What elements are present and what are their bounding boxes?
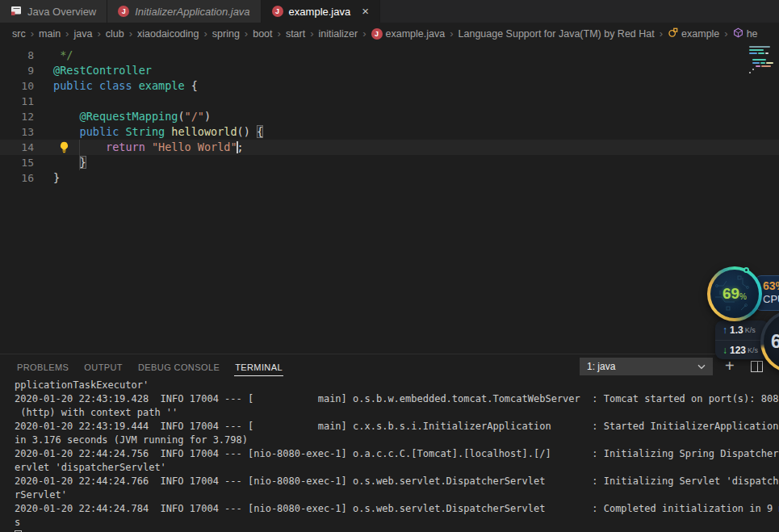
tab-example-java[interactable]: Jexample.java×: [262, 0, 380, 23]
code-text: */: [53, 48, 73, 63]
breadcrumb-item-xiaodaicoding[interactable]: xiaodaicoding: [137, 28, 199, 40]
minimap-line: [752, 62, 760, 64]
breadcrumb-item-language-support-for-java-tm-by-red-hat[interactable]: Language Support for Java(TM) by Red Hat: [459, 28, 655, 40]
code-token: @RestController: [53, 64, 152, 77]
minimap-line: [749, 72, 751, 73]
panel-tab-terminal[interactable]: TERMINAL: [234, 358, 283, 376]
breadcrumb-item-main[interactable]: main: [39, 28, 61, 40]
code-lines: 8 */9@RestController10public class examp…: [0, 48, 779, 186]
code-line[interactable]: 14 return "Hello World";: [0, 140, 779, 155]
code-line[interactable]: 8 */: [0, 48, 779, 63]
line-number: 8: [0, 48, 34, 63]
download-speed-unit: K/s: [748, 346, 758, 354]
breadcrumb-separator: ›: [660, 27, 663, 40]
breadcrumb-item-spring[interactable]: spring: [212, 28, 240, 40]
panel-tab-problems[interactable]: PROBLEMS: [16, 358, 69, 375]
code-text: return "Hello World";: [53, 140, 244, 155]
terminal-selector-value: 1: java: [587, 361, 615, 372]
minimap-line: [766, 62, 773, 64]
minimap-line: [749, 52, 757, 54]
breadcrumb-separator: ›: [203, 27, 207, 40]
tab-label: InitializerApplication.java: [135, 6, 249, 18]
split-terminal-button[interactable]: [751, 361, 763, 372]
terminal-output[interactable]: pplicationTaskExecutor'2020-01-20 22:43:…: [0, 379, 779, 532]
breadcrumb-item-example[interactable]: example: [668, 27, 719, 40]
java-file-icon: J: [371, 28, 383, 40]
terminal-row: 2020-01-20 22:44:24.766 INFO 17004 --- […: [0, 475, 779, 488]
upload-speed-unit: K/s: [745, 326, 756, 334]
code-token: return: [106, 140, 152, 153]
code-line[interactable]: 11: [0, 94, 779, 109]
code-token: [53, 125, 80, 138]
code-token: String: [125, 125, 171, 138]
code-token: example: [139, 79, 185, 92]
breadcrumb-item-initializer[interactable]: initializer: [319, 28, 358, 40]
breadcrumb-separator: ›: [450, 27, 453, 40]
breadcrumb-item-club[interactable]: club: [106, 28, 124, 40]
lightbulb-icon[interactable]: [58, 141, 70, 153]
code-editor[interactable]: 8 */9@RestController10public class examp…: [0, 44, 779, 354]
code-line[interactable]: 12 @RequestMapping("/"): [0, 109, 779, 124]
terminal-row: 2020-01-20 22:43:19.444 INFO 17004 --- […: [0, 420, 779, 434]
code-token: @RequestMapping: [80, 110, 178, 123]
breadcrumb-label: boot: [253, 28, 272, 40]
panel-tab-debug-console[interactable]: DEBUG CONSOLE: [137, 358, 220, 375]
code-line[interactable]: 15 }: [0, 155, 779, 170]
line-number: 13: [0, 124, 34, 140]
close-tab-icon[interactable]: ×: [362, 6, 369, 17]
minimap-line: [752, 59, 766, 61]
code-token: [53, 156, 80, 169]
line-number: 14: [0, 140, 34, 155]
cpu-gauge[interactable]: 69%: [707, 266, 762, 321]
panel-tab-output[interactable]: OUTPUT: [83, 358, 124, 375]
code-text: @RestController: [53, 63, 152, 78]
vscode-window: { "tab_bar": { "tabs": [ { "label": "Jav…: [0, 0, 779, 532]
line-number: 16: [0, 170, 34, 186]
terminal-row: 2020-01-20 22:44:24.756 INFO 17004 --- […: [0, 447, 779, 461]
minimap-line: [761, 65, 771, 67]
terminal-row: rServlet': [0, 488, 779, 502]
breadcrumb-separator: ›: [31, 27, 34, 40]
breadcrumb-item-he[interactable]: he: [733, 27, 758, 40]
breadcrumb-separator: ›: [65, 27, 69, 40]
terminal-row: s: [0, 516, 779, 530]
gauge-node-dot: [743, 267, 749, 273]
code-line[interactable]: 16}: [0, 170, 779, 186]
line-number: 10: [0, 78, 34, 94]
cpu-badge-value: 63%: [763, 279, 779, 293]
breadcrumb-item-src[interactable]: src: [12, 28, 26, 40]
breadcrumb-label: club: [106, 28, 124, 40]
minimap-line: [765, 52, 769, 54]
chevron-down-icon: [697, 361, 706, 372]
code-line[interactable]: 9@RestController: [0, 63, 779, 78]
code-line[interactable]: 13 public String helloworld() {: [0, 124, 779, 140]
code-token: "Hello World": [152, 140, 237, 153]
code-text: public class example {: [53, 78, 198, 94]
breadcrumb-separator: ›: [129, 27, 132, 40]
minimap-line: [760, 62, 765, 64]
minimap-line: [756, 65, 760, 67]
bottom-panel: PROBLEMSOUTPUTDEBUG CONSOLETERMINAL 1: j…: [0, 354, 779, 532]
breadcrumb-separator: ›: [278, 27, 281, 40]
breadcrumb-item-boot[interactable]: boot: [253, 28, 272, 40]
breadcrumb-item-java[interactable]: java: [73, 28, 92, 40]
breadcrumb-item-start[interactable]: start: [286, 28, 305, 40]
terminal-selector[interactable]: 1: java: [580, 358, 713, 375]
breadcrumb-separator: ›: [724, 27, 727, 40]
code-line[interactable]: 10public class example {: [0, 78, 779, 94]
terminal-row: ervlet 'dispatcherServlet': [0, 461, 779, 475]
breadcrumb-item-example-java[interactable]: Jexample.java: [371, 28, 446, 40]
tab-initializerapplication-java[interactable]: JInitializerApplication.java: [107, 0, 261, 23]
indent-guide: [79, 140, 80, 170]
line-number: 9: [0, 63, 34, 78]
code-token: */: [53, 48, 73, 61]
breadcrumb-separator: ›: [362, 27, 366, 40]
code-token: (): [237, 125, 257, 138]
code-token: [53, 110, 80, 123]
minimap-line: [758, 52, 764, 54]
minimap[interactable]: [749, 46, 778, 83]
breadcrumb-label: example.java: [386, 28, 446, 40]
breadcrumb-separator: ›: [310, 27, 313, 40]
cpu-gauge-face: 69%: [710, 270, 759, 318]
tab-java-overview[interactable]: Java Overview: [0, 0, 107, 23]
